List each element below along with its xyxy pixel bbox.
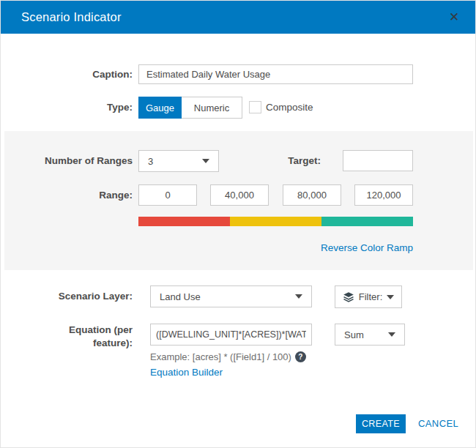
filter-label: Filter: <box>359 291 383 302</box>
target-label: Target: <box>242 150 321 172</box>
help-icon[interactable]: ? <box>295 351 306 362</box>
target-input[interactable] <box>343 150 413 171</box>
type-label: Type: <box>1 97 133 119</box>
chevron-down-icon <box>388 332 395 337</box>
caption-input[interactable] <box>138 64 413 84</box>
color-ramp-red-segment <box>138 217 230 226</box>
chevron-down-icon <box>295 294 302 299</box>
equation-builder-link[interactable]: Equation Builder <box>150 367 223 378</box>
scenario-layer-label: Scenario Layer: <box>1 285 133 307</box>
type-numeric-button[interactable]: Numeric <box>182 97 242 119</box>
range-input-2[interactable] <box>210 184 269 206</box>
equation-label-line2: feature): <box>1 337 133 350</box>
color-ramp-yellow-segment <box>230 217 321 226</box>
cancel-button[interactable]: CANCEL <box>418 414 458 433</box>
number-of-ranges-label: Number of Ranges <box>1 150 133 172</box>
layers-icon <box>343 291 354 303</box>
range-input-3[interactable] <box>283 184 341 206</box>
number-of-ranges-value: 3 <box>148 156 153 167</box>
range-input-4[interactable] <box>354 184 413 206</box>
equation-input[interactable] <box>150 324 312 346</box>
aggregation-dropdown[interactable]: Sum <box>335 324 405 346</box>
range-input-1[interactable] <box>138 184 197 206</box>
number-of-ranges-dropdown[interactable]: 3 <box>138 150 219 172</box>
filter-button[interactable]: Filter: <box>335 285 402 308</box>
equation-label: Equation (per feature): <box>1 324 133 350</box>
dialog-header: Scenario Indicator ✕ <box>1 1 476 34</box>
aggregation-value: Sum <box>344 329 364 340</box>
equation-example-text: Example: [acres] * ([Field1] / 100) <box>150 351 291 362</box>
range-label: Range: <box>1 184 133 206</box>
dialog-title: Scenario Indicator <box>21 10 122 24</box>
scenario-indicator-dialog: Scenario Indicator ✕ Caption: Type: Gaug… <box>0 0 476 448</box>
reverse-color-ramp-link[interactable]: Reverse Color Ramp <box>267 242 413 253</box>
scenario-layer-value: Land Use <box>160 291 201 302</box>
type-gauge-button[interactable]: Gauge <box>138 97 182 119</box>
color-ramp <box>138 217 413 226</box>
equation-example-row: Example: [acres] * ([Field1] / 100) ? <box>150 351 306 362</box>
color-ramp-green-segment <box>321 217 413 226</box>
composite-label: Composite <box>266 97 313 119</box>
scenario-layer-dropdown[interactable]: Land Use <box>150 285 312 307</box>
close-icon[interactable]: ✕ <box>442 1 466 34</box>
composite-checkbox[interactable] <box>249 101 261 113</box>
create-button[interactable]: CREATE <box>356 414 406 433</box>
equation-label-line1: Equation (per <box>1 324 133 337</box>
caption-label: Caption: <box>1 64 133 84</box>
chevron-down-icon <box>202 159 209 163</box>
chevron-down-icon <box>387 295 394 299</box>
